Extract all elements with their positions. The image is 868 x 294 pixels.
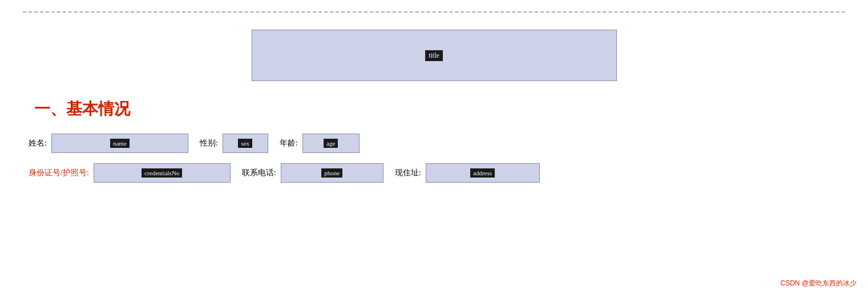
sex-label: 性别: xyxy=(200,138,218,148)
section-heading: 一、基本情况 xyxy=(34,98,845,120)
name-placeholder: name xyxy=(110,139,130,148)
credentials-input[interactable]: credentialsNo xyxy=(94,163,231,183)
title-label: title xyxy=(425,50,443,61)
phone-placeholder: phone xyxy=(321,168,342,178)
form-row-2: 身份证号/护照号: credentialsNo 联系电话: phone 现住址:… xyxy=(29,163,845,183)
address-field-group: 现住址: address xyxy=(395,163,540,183)
form-row-1: 姓名: name 性别: sex 年龄: age xyxy=(29,134,845,153)
credentials-placeholder: credentialsNo xyxy=(142,168,182,178)
credentials-label: 身份证号/护照号: xyxy=(29,168,89,178)
sex-input[interactable]: sex xyxy=(223,134,268,153)
name-label: 姓名: xyxy=(29,138,47,148)
phone-label: 联系电话: xyxy=(242,168,276,178)
address-placeholder: address xyxy=(470,168,495,178)
age-placeholder: age xyxy=(324,139,338,148)
name-input[interactable]: name xyxy=(51,134,188,153)
sex-field-group: 性别: sex xyxy=(200,134,268,153)
top-border xyxy=(23,11,845,13)
age-input[interactable]: age xyxy=(302,134,360,153)
title-section: title xyxy=(23,30,845,81)
form-section: 一、基本情况 姓名: name 性别: sex 年龄: age 身份证号/护照号… xyxy=(23,98,845,183)
address-label: 现住址: xyxy=(395,168,421,178)
address-input[interactable]: address xyxy=(426,163,540,183)
phone-input[interactable]: phone xyxy=(281,163,383,183)
phone-field-group: 联系电话: phone xyxy=(242,163,383,183)
sex-placeholder: sex xyxy=(238,139,252,148)
age-label: 年龄: xyxy=(280,138,298,148)
age-field-group: 年龄: age xyxy=(280,134,360,153)
title-box: title xyxy=(252,30,617,81)
credentials-field-group: 身份证号/护照号: credentialsNo xyxy=(29,163,231,183)
name-field-group: 姓名: name xyxy=(29,134,188,153)
